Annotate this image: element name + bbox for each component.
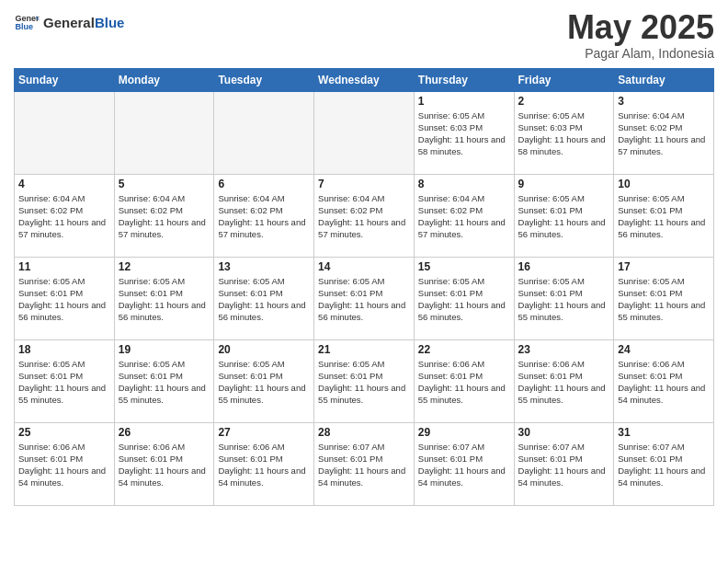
day-number: 23: [518, 343, 610, 356]
day-number: 9: [518, 178, 610, 190]
calendar-cell: 4Sunrise: 6:04 AMSunset: 6:02 PMDaylight…: [15, 174, 115, 257]
calendar-cell: 8Sunrise: 6:04 AMSunset: 6:02 PMDaylight…: [414, 174, 514, 257]
day-info: Sunrise: 6:06 AMSunset: 6:01 PMDaylight:…: [119, 441, 210, 489]
day-number: 26: [119, 426, 210, 439]
svg-text:Blue: Blue: [15, 22, 33, 31]
day-info: Sunrise: 6:05 AMSunset: 6:01 PMDaylight:…: [18, 358, 110, 407]
calendar-cell: 28Sunrise: 6:07 AMSunset: 6:01 PMDayligh…: [314, 422, 415, 505]
day-number: 21: [318, 343, 410, 356]
day-number: 25: [18, 426, 110, 439]
day-number: 8: [418, 178, 510, 190]
day-number: 15: [418, 260, 510, 273]
day-number: 1: [418, 95, 510, 108]
calendar-cell: 9Sunrise: 6:05 AMSunset: 6:01 PMDaylight…: [514, 174, 614, 257]
day-number: 28: [318, 426, 410, 439]
logo: General Blue GeneralBlue: [14, 9, 124, 35]
day-number: 24: [618, 343, 710, 356]
day-info: Sunrise: 6:05 AMSunset: 6:03 PMDaylight:…: [418, 109, 510, 158]
day-number: 30: [518, 426, 610, 439]
day-info: Sunrise: 6:06 AMSunset: 6:01 PMDaylight:…: [18, 441, 110, 489]
calendar-header: SundayMondayTuesdayWednesdayThursdayFrid…: [15, 68, 714, 91]
day-info: Sunrise: 6:07 AMSunset: 6:01 PMDaylight:…: [418, 441, 510, 489]
calendar-cell: 23Sunrise: 6:06 AMSunset: 6:01 PMDayligh…: [514, 339, 614, 422]
calendar-cell: 22Sunrise: 6:06 AMSunset: 6:01 PMDayligh…: [414, 339, 514, 422]
calendar-cell: 12Sunrise: 6:05 AMSunset: 6:01 PMDayligh…: [114, 257, 214, 339]
day-info: Sunrise: 6:04 AMSunset: 6:02 PMDaylight:…: [218, 192, 310, 241]
day-number: 12: [119, 260, 210, 273]
day-number: 14: [318, 260, 410, 273]
week-row-3: 11Sunrise: 6:05 AMSunset: 6:01 PMDayligh…: [15, 257, 714, 339]
calendar-body: 1Sunrise: 6:05 AMSunset: 6:03 PMDaylight…: [15, 91, 714, 505]
week-row-2: 4Sunrise: 6:04 AMSunset: 6:02 PMDaylight…: [15, 174, 714, 257]
day-number: 27: [218, 426, 310, 439]
day-info: Sunrise: 6:05 AMSunset: 6:01 PMDaylight:…: [119, 358, 210, 407]
calendar-cell: [314, 91, 415, 174]
title-block: May 2025 Pagar Alam, Indonesia: [567, 9, 714, 61]
logo-icon: General Blue: [14, 9, 40, 35]
weekday-header-monday: Monday: [114, 68, 214, 91]
day-info: Sunrise: 6:04 AMSunset: 6:02 PMDaylight:…: [318, 192, 410, 241]
calendar-cell: 29Sunrise: 6:07 AMSunset: 6:01 PMDayligh…: [414, 422, 514, 505]
day-number: 29: [418, 426, 510, 439]
day-number: 19: [119, 343, 210, 356]
calendar-cell: 17Sunrise: 6:05 AMSunset: 6:01 PMDayligh…: [614, 257, 714, 339]
calendar-cell: 21Sunrise: 6:05 AMSunset: 6:01 PMDayligh…: [314, 339, 415, 422]
weekday-header-tuesday: Tuesday: [214, 68, 314, 91]
calendar-cell: 19Sunrise: 6:05 AMSunset: 6:01 PMDayligh…: [114, 339, 214, 422]
calendar-cell: 20Sunrise: 6:05 AMSunset: 6:01 PMDayligh…: [214, 339, 314, 422]
calendar-cell: 1Sunrise: 6:05 AMSunset: 6:03 PMDaylight…: [414, 91, 514, 174]
day-info: Sunrise: 6:04 AMSunset: 6:02 PMDaylight:…: [418, 192, 510, 241]
day-number: 10: [618, 178, 710, 190]
calendar-cell: [15, 91, 115, 174]
calendar-cell: 31Sunrise: 6:07 AMSunset: 6:01 PMDayligh…: [614, 422, 714, 505]
weekday-header-thursday: Thursday: [414, 68, 514, 91]
day-number: 20: [218, 343, 310, 356]
day-info: Sunrise: 6:05 AMSunset: 6:01 PMDaylight:…: [518, 275, 610, 324]
week-row-1: 1Sunrise: 6:05 AMSunset: 6:03 PMDaylight…: [15, 91, 714, 174]
calendar-cell: 3Sunrise: 6:04 AMSunset: 6:02 PMDaylight…: [614, 91, 714, 174]
day-info: Sunrise: 6:05 AMSunset: 6:01 PMDaylight:…: [218, 358, 310, 407]
day-info: Sunrise: 6:05 AMSunset: 6:01 PMDaylight:…: [618, 275, 710, 324]
weekday-header-wednesday: Wednesday: [314, 68, 415, 91]
weekday-header-friday: Friday: [514, 68, 614, 91]
calendar-cell: [114, 91, 214, 174]
calendar-cell: [214, 91, 314, 174]
day-info: Sunrise: 6:05 AMSunset: 6:03 PMDaylight:…: [518, 109, 610, 158]
calendar-cell: 15Sunrise: 6:05 AMSunset: 6:01 PMDayligh…: [414, 257, 514, 339]
day-info: Sunrise: 6:04 AMSunset: 6:02 PMDaylight:…: [119, 192, 210, 241]
calendar-cell: 27Sunrise: 6:06 AMSunset: 6:01 PMDayligh…: [214, 422, 314, 505]
day-info: Sunrise: 6:05 AMSunset: 6:01 PMDaylight:…: [218, 275, 310, 324]
day-number: 2: [518, 95, 610, 108]
page-header: General Blue GeneralBlue May 2025 Pagar …: [14, 9, 714, 61]
month-year-title: May 2025: [567, 9, 714, 46]
calendar-cell: 18Sunrise: 6:05 AMSunset: 6:01 PMDayligh…: [15, 339, 115, 422]
day-info: Sunrise: 6:07 AMSunset: 6:01 PMDaylight:…: [518, 441, 610, 489]
day-number: 16: [518, 260, 610, 273]
day-number: 31: [618, 426, 710, 439]
day-info: Sunrise: 6:07 AMSunset: 6:01 PMDaylight:…: [318, 441, 410, 489]
calendar-cell: 16Sunrise: 6:05 AMSunset: 6:01 PMDayligh…: [514, 257, 614, 339]
day-info: Sunrise: 6:06 AMSunset: 6:01 PMDaylight:…: [518, 358, 610, 407]
day-info: Sunrise: 6:05 AMSunset: 6:01 PMDaylight:…: [318, 358, 410, 407]
svg-text:General: General: [15, 14, 40, 23]
day-number: 11: [18, 260, 110, 273]
day-number: 13: [218, 260, 310, 273]
calendar-cell: 24Sunrise: 6:06 AMSunset: 6:01 PMDayligh…: [614, 339, 714, 422]
day-number: 4: [18, 178, 110, 190]
calendar-cell: 25Sunrise: 6:06 AMSunset: 6:01 PMDayligh…: [15, 422, 115, 505]
day-info: Sunrise: 6:05 AMSunset: 6:01 PMDaylight:…: [318, 275, 410, 324]
weekday-header-saturday: Saturday: [614, 68, 714, 91]
day-info: Sunrise: 6:05 AMSunset: 6:01 PMDaylight:…: [119, 275, 210, 324]
day-number: 18: [18, 343, 110, 356]
day-info: Sunrise: 6:05 AMSunset: 6:01 PMDaylight:…: [518, 192, 610, 241]
day-number: 17: [618, 260, 710, 273]
day-number: 22: [418, 343, 510, 356]
day-info: Sunrise: 6:04 AMSunset: 6:02 PMDaylight:…: [618, 109, 710, 158]
day-info: Sunrise: 6:05 AMSunset: 6:01 PMDaylight:…: [418, 275, 510, 324]
weekday-header-row: SundayMondayTuesdayWednesdayThursdayFrid…: [15, 68, 714, 91]
day-number: 3: [618, 95, 710, 108]
calendar-cell: 2Sunrise: 6:05 AMSunset: 6:03 PMDaylight…: [514, 91, 614, 174]
calendar-cell: 7Sunrise: 6:04 AMSunset: 6:02 PMDaylight…: [314, 174, 415, 257]
location-subtitle: Pagar Alam, Indonesia: [567, 46, 714, 61]
calendar-cell: 14Sunrise: 6:05 AMSunset: 6:01 PMDayligh…: [314, 257, 415, 339]
